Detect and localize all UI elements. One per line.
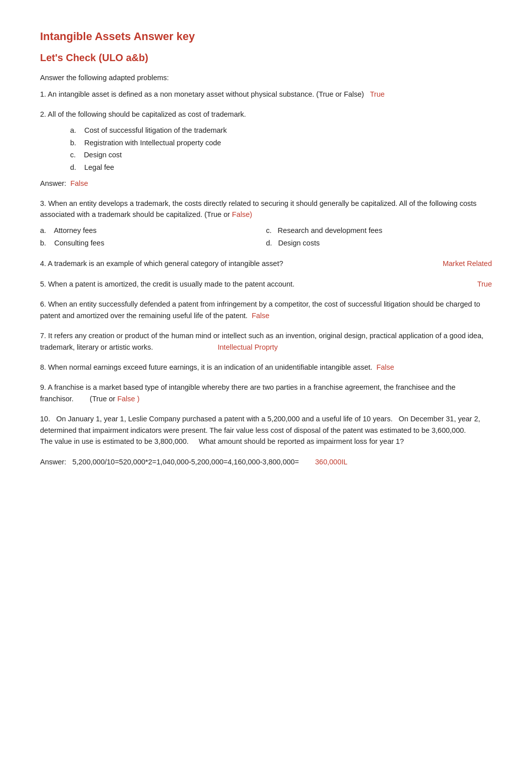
q2-list: a. Cost of successful litigation of the … <box>70 124 492 174</box>
q8-text: 8. When normal earnings exceed future ea… <box>40 363 372 371</box>
list-item: d. Design costs <box>266 237 492 249</box>
q3-two-col: a. Attorney fees b. Consulting fees c. R… <box>40 224 492 249</box>
question-1: 1. An intangible asset is defined as a n… <box>40 89 492 100</box>
q5-text: 5. When a patent is amortized, the credi… <box>40 279 462 290</box>
question-10: 10. On January 1, year 1, Leslie Company… <box>40 413 492 447</box>
q4-text: 4. A trademark is an example of which ge… <box>40 258 428 269</box>
q9-text: 9. A franchise is a market based type of… <box>40 383 455 402</box>
list-item: d. Legal fee <box>70 161 492 174</box>
question-6: 6. When an entity successfully defended … <box>40 299 492 321</box>
question-3: 3. When an entity develops a trademark, … <box>40 198 492 249</box>
list-item: c. Research and development fees <box>266 224 492 237</box>
question-10-answer: Answer: 5,200,000/10=520,000*2=1,040,000… <box>40 456 492 467</box>
q8-answer: False <box>376 363 394 371</box>
q2-answer-line: Answer: False <box>40 178 492 189</box>
list-item: c. Design cost <box>70 149 492 161</box>
q2-number: 2. <box>40 110 46 118</box>
q3-col-left: a. Attorney fees b. Consulting fees <box>40 224 266 249</box>
list-item: a. Cost of successful litigation of the … <box>70 124 492 137</box>
question-8: 8. When normal earnings exceed future ea… <box>40 362 492 373</box>
q9-answer: False ) <box>117 395 139 403</box>
q2-text: All of the following should be capitaliz… <box>48 110 246 118</box>
question-2: 2. All of the following should be capita… <box>40 109 492 189</box>
q3-answer-inline: False) <box>232 210 252 218</box>
q4-answer: Market Related <box>428 258 492 269</box>
list-item: b. Registration with Intellectual proper… <box>70 137 492 149</box>
intro-text: Answer the following adapted problems: <box>40 74 492 82</box>
q1-text: An intangible asset is defined as a non … <box>48 90 364 98</box>
q2-answer: False <box>70 179 88 187</box>
page-title: Intangible Assets Answer key <box>40 30 492 43</box>
q10-answer-prefix: Answer: 5,200,000/10=520,000*2=1,040,000… <box>40 458 299 466</box>
q3-text: When an entity develops a trademark, the… <box>40 199 476 218</box>
q10-text: 10. On January 1, year 1, Leslie Company… <box>40 415 482 445</box>
q5-answer: True <box>462 279 492 290</box>
question-7: 7. It refers any creation or product of … <box>40 330 492 353</box>
question-5: 5. When a patent is amortized, the credi… <box>40 279 492 290</box>
q3-col-right: c. Research and development fees d. Desi… <box>266 224 492 249</box>
list-item: a. Attorney fees <box>40 224 266 237</box>
q1-number: 1. <box>40 90 46 98</box>
q1-answer: True <box>370 90 385 98</box>
q3-number: 3. <box>40 199 46 207</box>
question-4: 4. A trademark is an example of which ge… <box>40 258 492 269</box>
list-item: b. Consulting fees <box>40 237 266 249</box>
section-title: Let's Check (ULO a&b) <box>40 52 492 64</box>
question-9: 9. A franchise is a market based type of… <box>40 382 492 404</box>
q10-answer: 360,000IL <box>315 458 348 466</box>
q6-answer: False <box>251 312 269 320</box>
q7-answer: Intellectual Proprty <box>218 343 278 351</box>
